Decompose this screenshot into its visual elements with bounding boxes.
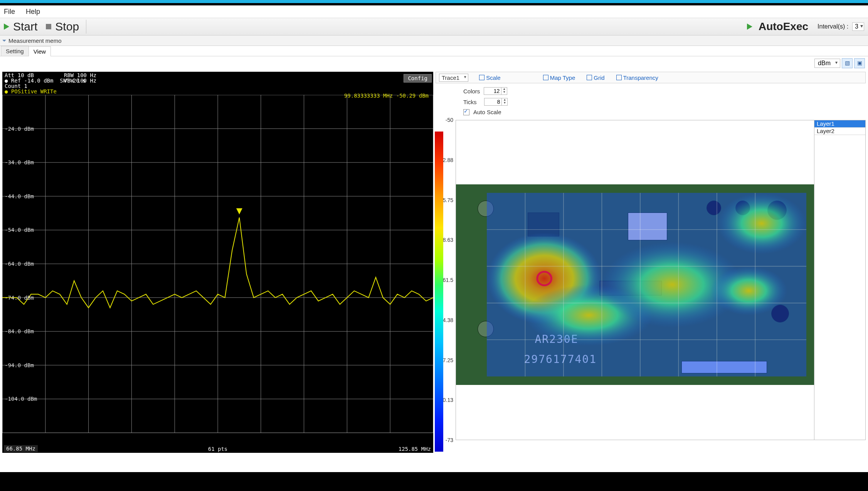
layer-item[interactable]: Layer1: [814, 120, 865, 128]
window-accent-strip: [0, 0, 868, 3]
colorbar-tick: -50: [436, 117, 453, 123]
y-axis-label: -34.0 dBm: [5, 159, 34, 165]
map-panel: Trace1 Scale Map Type Grid Transparency …: [436, 72, 866, 453]
tab-view[interactable]: View: [29, 46, 51, 56]
y-axis-label: -74.0 dBm: [5, 295, 34, 301]
start-freq: 66.85 MHz: [4, 445, 38, 452]
menu-help[interactable]: Help: [26, 8, 40, 16]
tab-setting[interactable]: Setting: [1, 46, 29, 56]
map-settings: Colors ▲▼ Ticks ▲▼ Auto Scale: [436, 86, 866, 117]
main-toolbar: Start Stop AutoExec Interval(s) : 3: [0, 18, 868, 35]
spectrum-detector: ● POSitive WRITe: [5, 89, 57, 94]
autoscale-checkbox[interactable]: [463, 109, 469, 115]
spectrum-panel: Att 10 dB RBW 100 Hz ● Ref -14.0 dBm SWT…: [2, 72, 433, 453]
menubar: File Help: [0, 5, 868, 18]
pts-label: 61 pts: [208, 446, 228, 452]
memo-expander[interactable]: Measurement memo: [0, 35, 868, 46]
play-icon: [4, 24, 9, 30]
ticks-label: Ticks: [463, 99, 476, 105]
unit-bar: dBm ▧ ▣: [814, 58, 865, 69]
unit-btn-a[interactable]: ▧: [842, 58, 853, 68]
interval-input[interactable]: 3: [852, 22, 864, 31]
ticks-input[interactable]: ▲▼: [484, 98, 508, 106]
unit-btn-b[interactable]: ▣: [854, 58, 865, 68]
autoexec-button[interactable]: AutoExec: [759, 20, 808, 33]
colors-label: Colors: [463, 88, 480, 94]
stop-freq: 125.85 MHz: [399, 446, 431, 452]
y-axis-label: -94.0 dBm: [5, 362, 34, 368]
memo-label: Measurement memo: [8, 37, 62, 44]
spectrum-vbw: VBW 100 Hz: [64, 78, 96, 84]
autoscale-label: Auto Scale: [473, 109, 501, 115]
toggle-scale[interactable]: Scale: [479, 74, 501, 81]
colorbar: [435, 132, 443, 452]
toolbar-divider: [86, 20, 86, 34]
y-axis-label: -24.0 dBm: [5, 126, 34, 132]
heat-overlay: [487, 193, 806, 376]
layer-item[interactable]: Layer2: [814, 128, 865, 135]
start-button[interactable]: Start: [13, 20, 37, 33]
colors-input[interactable]: ▲▼: [484, 87, 507, 95]
unit-select[interactable]: dBm: [814, 59, 840, 68]
y-axis-label: -64.0 dBm: [5, 261, 34, 267]
y-axis-label: -84.0 dBm: [5, 328, 34, 334]
y-axis-label: -104.0 dBm: [5, 396, 37, 402]
config-button[interactable]: Config: [404, 74, 432, 83]
play-icon: [747, 24, 752, 30]
stop-icon: [46, 24, 51, 29]
trace-select[interactable]: Trace1: [439, 74, 468, 82]
panel-tabs: Setting View: [0, 46, 868, 56]
svg-point-23: [717, 193, 806, 254]
toggle-grid[interactable]: Grid: [587, 74, 604, 81]
map-toolbar: Trace1 Scale Map Type Grid Transparency: [436, 72, 866, 83]
layer-list: Layer1 Layer2: [814, 120, 866, 440]
toggle-transparency[interactable]: Transparency: [616, 74, 658, 81]
y-axis-label: -44.0 dBm: [5, 193, 34, 199]
heatmap-view[interactable]: AR230E 2976177401: [456, 120, 814, 440]
spectrum-plot[interactable]: [2, 95, 433, 441]
interval-label: Interval(s) :: [818, 23, 848, 30]
y-axis-label: -54.0 dBm: [5, 227, 34, 233]
svg-point-24: [710, 266, 787, 315]
menu-file[interactable]: File: [4, 8, 15, 16]
toggle-maptype[interactable]: Map Type: [543, 74, 575, 81]
stop-button[interactable]: Stop: [55, 20, 79, 33]
chevron-down-icon: [2, 40, 6, 42]
